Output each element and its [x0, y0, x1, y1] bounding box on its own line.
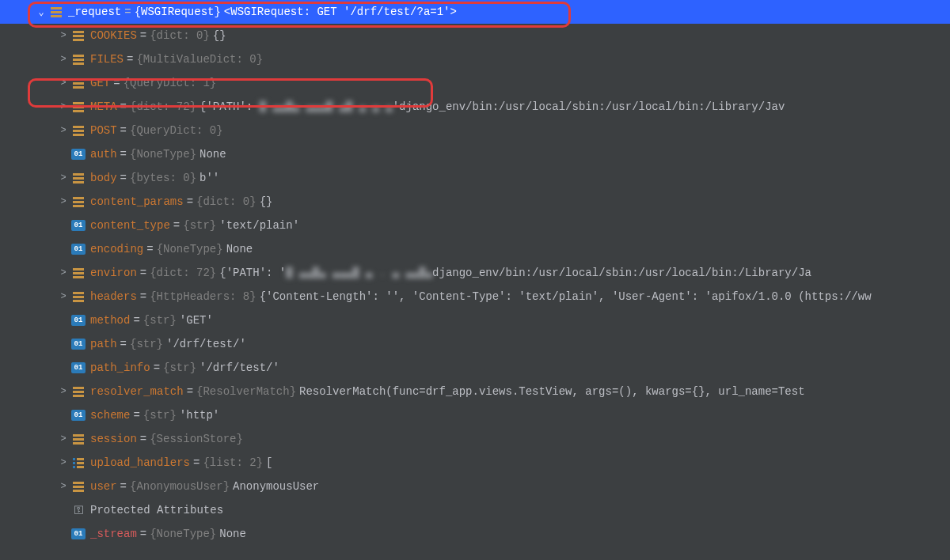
key-icon: ⚿	[71, 505, 86, 516]
tree-row[interactable]: ⚿Protected Attributes	[0, 498, 950, 522]
object-icon	[71, 292, 86, 302]
chevron-right-icon[interactable]: >	[55, 101, 71, 112]
primitive-icon: 01	[71, 244, 86, 255]
tree-row[interactable]: 01encoding = {NoneType}None	[0, 237, 950, 261]
chevron-right-icon[interactable]: >	[55, 386, 71, 397]
var-name: headers	[90, 290, 137, 303]
var-value: {}	[260, 195, 273, 208]
var-name: session	[90, 433, 137, 445]
var-value: [	[266, 456, 272, 469]
tree-row[interactable]: >COOKIES = {dict: 0}{}	[0, 24, 950, 47]
chevron-right-icon[interactable]: >	[55, 433, 71, 445]
var-name: upload_handlers	[90, 456, 190, 469]
tree-row[interactable]: >resolver_match = {ResolverMatch}Resolve…	[0, 380, 950, 403]
var-value: '/drf/test/'	[166, 338, 246, 350]
var-type: {str}	[143, 409, 177, 422]
tree-row[interactable]: 01_stream = {NoneType}None	[0, 522, 950, 546]
tree-row[interactable]: 01method = {str}'GET'	[0, 308, 950, 332]
object-icon	[71, 197, 86, 207]
var-name: GET	[90, 77, 110, 89]
var-type: {MultiValueDict: 0}	[136, 53, 263, 66]
object-icon	[71, 387, 86, 397]
var-type: {NoneType}	[130, 148, 196, 161]
var-value: '/drf/test/'	[200, 361, 279, 374]
var-name: COOKIES	[90, 29, 137, 42]
tree-row[interactable]: 01path = {str}'/drf/test/'	[0, 332, 950, 356]
chevron-right-icon[interactable]: >	[55, 457, 71, 468]
var-name: encoding	[90, 243, 143, 255]
tree-row-root[interactable]: ⌄ _request = {WSGIRequest} <WSGIRequest:…	[0, 0, 950, 24]
object-icon	[71, 31, 86, 41]
tree-row[interactable]: >GET = {QueryDict: 1}	[0, 71, 950, 95]
var-type: {str}	[143, 314, 177, 327]
var-type: {str}	[163, 361, 196, 374]
var-value: b''	[200, 172, 219, 184]
tree-row[interactable]: 01auth = {NoneType}None	[0, 142, 950, 166]
list-icon	[71, 458, 86, 468]
var-value: None	[200, 148, 226, 161]
var-value: {'Content-Length': '', 'Content-Type': '…	[260, 290, 872, 303]
tree-row[interactable]: >FILES = {MultiValueDict: 0}	[0, 47, 950, 71]
chevron-right-icon[interactable]: >	[55, 78, 71, 89]
object-icon	[71, 55, 86, 65]
object-icon	[71, 173, 86, 184]
var-value: 'text/plain'	[219, 219, 299, 232]
var-name: _request	[68, 6, 121, 18]
chevron-right-icon[interactable]: >	[55, 481, 71, 492]
primitive-icon: 01	[71, 528, 86, 539]
var-type: {dict: 72}	[130, 100, 196, 113]
var-value: {'PATH': █ ▄▄█▄ ▄▄▄█ ▄█ ▄ ▄ ▄'django_env…	[200, 100, 785, 113]
var-type: {QueryDict: 0}	[130, 124, 223, 137]
tree-row[interactable]: >POST = {QueryDict: 0}	[0, 119, 950, 142]
var-type: {ResolverMatch}	[196, 385, 296, 398]
var-value: 'GET'	[180, 314, 213, 327]
object-icon	[71, 482, 86, 492]
tree-row[interactable]: 01content_type = {str}'text/plain'	[0, 214, 950, 237]
var-name: content_params	[90, 195, 184, 208]
debug-variables-tree[interactable]: ⌄ _request = {WSGIRequest} <WSGIRequest:…	[0, 0, 950, 560]
chevron-right-icon[interactable]: >	[55, 291, 71, 302]
var-value: <WSGIRequest: GET '/drf/test/?a=1'>	[224, 6, 457, 18]
var-type: {NoneType}	[150, 528, 216, 540]
var-name: Protected Attributes	[90, 504, 223, 516]
var-type: {HttpHeaders: 8}	[150, 290, 256, 303]
var-name: scheme	[90, 409, 130, 422]
tree-row[interactable]: >user = {AnonymousUser}AnonymousUser	[0, 475, 950, 498]
object-icon	[71, 268, 86, 278]
var-value: None	[219, 528, 246, 540]
object-icon	[71, 126, 86, 136]
primitive-icon: 01	[71, 410, 86, 421]
tree-row[interactable]: >headers = {HttpHeaders: 8}{'Content-Len…	[0, 285, 950, 308]
chevron-down-icon[interactable]: ⌄	[33, 6, 49, 18]
var-name: path_info	[90, 361, 150, 374]
chevron-right-icon[interactable]: >	[55, 125, 71, 136]
var-name: META	[90, 100, 117, 113]
var-type: {dict: 0}	[196, 195, 256, 208]
var-type: {str}	[183, 219, 216, 232]
var-name: content_type	[90, 219, 170, 232]
tree-row[interactable]: >upload_handlers = {list: 2}[	[0, 451, 950, 475]
primitive-icon: 01	[71, 362, 86, 373]
var-type: {dict: 72}	[150, 267, 216, 279]
tree-row[interactable]: >content_params = {dict: 0}{}	[0, 190, 950, 214]
var-type: {str}	[130, 338, 163, 350]
chevron-right-icon[interactable]: >	[55, 172, 71, 184]
chevron-right-icon[interactable]: >	[55, 196, 71, 207]
tree-row[interactable]: >body = {bytes: 0}b''	[0, 166, 950, 190]
var-type: {SessionStore}	[150, 433, 243, 445]
chevron-right-icon[interactable]: >	[55, 54, 71, 65]
tree-row[interactable]: >session = {SessionStore}	[0, 427, 950, 451]
object-icon	[71, 78, 86, 89]
chevron-right-icon[interactable]: >	[55, 267, 71, 278]
var-name: FILES	[90, 53, 124, 66]
tree-row[interactable]: 01scheme = {str}'http'	[0, 403, 950, 427]
object-icon	[71, 434, 86, 445]
var-value: 'http'	[180, 409, 219, 422]
tree-row[interactable]: 01path_info = {str}'/drf/test/'	[0, 356, 950, 380]
var-value: AnonymousUser	[233, 480, 319, 493]
chevron-right-icon[interactable]: >	[55, 30, 71, 41]
var-type: {bytes: 0}	[130, 172, 196, 184]
var-name: user	[90, 480, 117, 493]
tree-row[interactable]: >environ = {dict: 72}{'PATH': '█ ▄▄█▄ ▄▄…	[0, 261, 950, 285]
tree-row[interactable]: >META = {dict: 72}{'PATH': █ ▄▄█▄ ▄▄▄█ ▄…	[0, 95, 950, 119]
